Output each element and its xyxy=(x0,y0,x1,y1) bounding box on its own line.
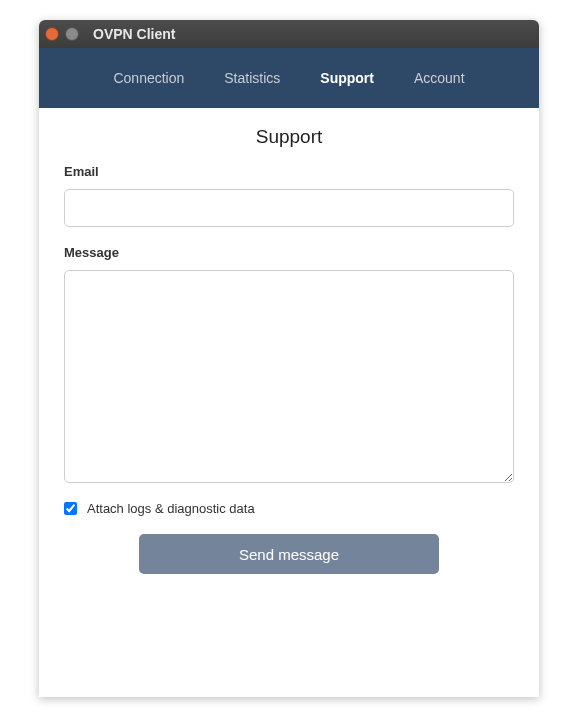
content-area: Support Email Message Attach logs & diag… xyxy=(39,108,539,697)
close-icon[interactable] xyxy=(45,27,59,41)
tab-statistics[interactable]: Statistics xyxy=(224,70,280,86)
attach-checkbox[interactable] xyxy=(64,502,77,515)
message-field[interactable] xyxy=(64,270,514,483)
page-title: Support xyxy=(64,126,514,148)
message-label: Message xyxy=(64,245,514,260)
tab-connection[interactable]: Connection xyxy=(113,70,184,86)
tab-support[interactable]: Support xyxy=(320,70,374,86)
email-field[interactable] xyxy=(64,189,514,227)
navbar: Connection Statistics Support Account xyxy=(39,48,539,108)
tab-account[interactable]: Account xyxy=(414,70,465,86)
email-label: Email xyxy=(64,164,514,179)
app-window: OVPN Client Connection Statistics Suppor… xyxy=(39,20,539,697)
attach-row: Attach logs & diagnostic data xyxy=(64,501,514,516)
attach-label: Attach logs & diagnostic data xyxy=(87,501,255,516)
window-title: OVPN Client xyxy=(93,26,175,42)
send-button[interactable]: Send message xyxy=(139,534,439,574)
titlebar: OVPN Client xyxy=(39,20,539,48)
minimize-icon[interactable] xyxy=(65,27,79,41)
